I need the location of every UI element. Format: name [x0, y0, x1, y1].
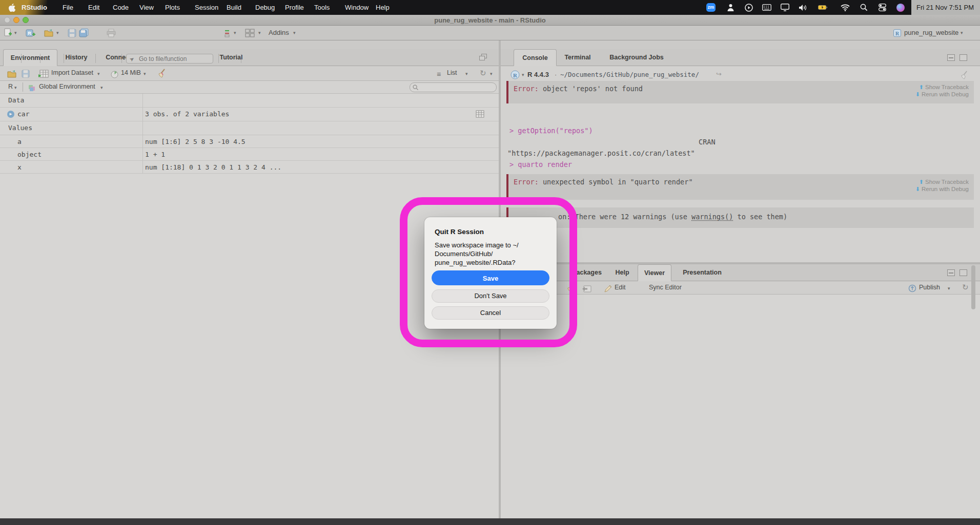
menubar-clock[interactable]: Fri 21 Nov 7:51 PM — [911, 0, 980, 15]
compile-report-dropdown[interactable]: ▾ — [234, 28, 236, 38]
show-traceback-link[interactable]: ⬆Show Traceback — [919, 179, 969, 185]
tab-history[interactable]: History — [60, 49, 92, 66]
tab-console[interactable]: Console — [514, 49, 557, 66]
save-all-icon[interactable] — [79, 28, 89, 38]
siri-icon[interactable] — [896, 3, 905, 12]
language-selector[interactable]: R — [8, 83, 13, 90]
project-dropdown[interactable]: ▾ — [961, 28, 963, 38]
new-file-dropdown[interactable]: ▾ — [14, 28, 17, 38]
tab-presentation[interactable]: Presentation — [673, 264, 731, 281]
control-center-icon[interactable] — [877, 3, 887, 12]
play-status-icon[interactable] — [744, 3, 753, 12]
env-row-object[interactable]: object 1 + 1 — [0, 148, 499, 161]
memory-dropdown[interactable]: ▾ — [144, 69, 146, 79]
list-view-dropdown[interactable]: ▾ — [465, 69, 468, 79]
tab-viewer[interactable]: Viewer — [638, 264, 671, 281]
tab-help[interactable]: Help — [609, 264, 636, 281]
environment-search-box[interactable] — [410, 82, 497, 92]
menu-plots[interactable]: Plots — [165, 0, 180, 15]
r-version-dropdown[interactable]: ▾ — [522, 72, 524, 77]
save-file-icon[interactable] — [68, 28, 76, 38]
pane-restore-icon[interactable] — [479, 54, 487, 61]
new-file-icon[interactable] — [4, 28, 12, 38]
dont-save-button[interactable]: Don't Save — [432, 289, 549, 303]
menu-window[interactable]: Window — [345, 0, 369, 15]
menu-build[interactable]: Build — [227, 0, 241, 15]
env-row-a[interactable]: a num [1:6] 2 5 8 3 -10 4.5 — [0, 135, 499, 148]
edit-button[interactable]: Edit — [615, 284, 626, 291]
minimize-pane-icon[interactable] — [947, 54, 955, 61]
env-column-divider[interactable] — [142, 94, 143, 174]
scrollbar-thumb[interactable] — [971, 265, 975, 309]
refresh-viewer-icon[interactable]: ↻ — [962, 282, 969, 292]
tab-background-jobs[interactable]: Background Jobs — [606, 49, 667, 66]
panel-layout-icon[interactable] — [245, 28, 255, 38]
import-dataset-button[interactable]: Import Dataset — [51, 69, 93, 76]
refresh-dropdown[interactable]: ▾ — [490, 69, 493, 79]
tab-terminal[interactable]: Terminal — [560, 49, 596, 66]
battery-status-icon[interactable] — [818, 3, 827, 12]
open-file-icon[interactable] — [44, 28, 55, 38]
goto-file-function-input[interactable] — [139, 55, 211, 62]
publish-dropdown[interactable]: ▾ — [948, 283, 950, 293]
menubar-app-name[interactable]: RStudio — [22, 0, 47, 15]
minimize-pane-icon[interactable] — [947, 269, 955, 276]
clear-console-broom-icon[interactable] — [959, 71, 968, 80]
apple-menu-icon[interactable] — [7, 3, 16, 12]
menu-code[interactable]: Code — [113, 0, 129, 15]
rerun-with-debug-link[interactable]: ⬇Rerun with Debug — [915, 186, 969, 193]
publish-button[interactable]: Publish — [919, 284, 940, 291]
sync-editor-label[interactable]: Sync Editor — [649, 284, 682, 291]
clear-viewer-broom-icon[interactable] — [566, 283, 575, 293]
menu-profile[interactable]: Profile — [285, 0, 304, 15]
console-output-area[interactable]: R ▾ R 4.4.3 · ~/Documents/GitHub/pune_ru… — [501, 66, 980, 262]
tab-packages[interactable]: Packages — [566, 264, 608, 281]
menu-help[interactable]: Help — [376, 0, 390, 15]
volume-status-icon[interactable] — [799, 3, 808, 12]
save-workspace-icon[interactable] — [22, 69, 30, 79]
refresh-environment-icon[interactable]: ↻ — [480, 68, 486, 78]
environment-selector[interactable]: Global Environment — [39, 83, 95, 90]
export-viewer-icon[interactable] — [582, 283, 591, 293]
rerun-with-debug-link[interactable]: ⬇Rerun with Debug — [915, 91, 969, 98]
open-file-dropdown[interactable]: ▾ — [56, 28, 59, 38]
warnings-link[interactable]: warnings() — [691, 213, 733, 221]
load-workspace-icon[interactable] — [7, 69, 18, 79]
clear-objects-broom-icon[interactable] — [157, 68, 166, 78]
wifi-status-icon[interactable] — [841, 3, 850, 12]
goto-file-function-box[interactable]: ➤ — [126, 54, 213, 64]
menu-tools[interactable]: Tools — [314, 0, 330, 15]
zoom-app-icon[interactable]: zm — [706, 3, 716, 12]
panel-layout-dropdown[interactable]: ▾ — [258, 28, 261, 38]
keyboard-status-icon[interactable] — [762, 3, 771, 12]
menu-session[interactable]: Session — [195, 0, 218, 15]
view-table-icon[interactable] — [476, 110, 484, 118]
import-dataset-icon[interactable] — [38, 69, 49, 79]
addins-dropdown[interactable]: ▾ — [293, 28, 296, 38]
menu-edit[interactable]: Edit — [88, 0, 99, 15]
goto-directory-icon[interactable]: ↪ — [716, 70, 722, 78]
menu-view[interactable]: View — [139, 0, 154, 15]
memory-usage-label[interactable]: 14 MiB — [121, 69, 141, 76]
cancel-button[interactable]: Cancel — [432, 306, 549, 320]
compile-report-icon[interactable] — [223, 28, 231, 38]
new-project-icon[interactable]: R — [26, 28, 36, 38]
display-status-icon[interactable] — [780, 3, 789, 12]
expand-object-icon[interactable]: ▶ — [7, 111, 14, 118]
project-selector[interactable]: pune_rug_website — [904, 29, 958, 36]
teams-status-icon[interactable] — [726, 3, 735, 12]
maximize-pane-icon[interactable] — [959, 54, 967, 61]
print-icon[interactable] — [107, 28, 116, 38]
edit-pencil-icon[interactable] — [604, 283, 612, 293]
menu-debug[interactable]: Debug — [255, 0, 275, 15]
env-row-car[interactable]: ▶ car 3 obs. of 2 variables — [0, 108, 499, 121]
save-button[interactable]: Save — [432, 270, 549, 285]
import-dataset-dropdown[interactable]: ▾ — [97, 69, 100, 79]
publish-icon[interactable] — [908, 283, 916, 293]
environment-dropdown[interactable]: ▾ — [100, 82, 103, 93]
project-cube-icon[interactable]: R — [893, 28, 902, 38]
tab-environment[interactable]: Environment — [3, 49, 57, 66]
spotlight-search-icon[interactable] — [859, 3, 868, 12]
menu-file[interactable]: File — [63, 0, 73, 15]
addins-button[interactable]: Addins — [269, 29, 289, 36]
